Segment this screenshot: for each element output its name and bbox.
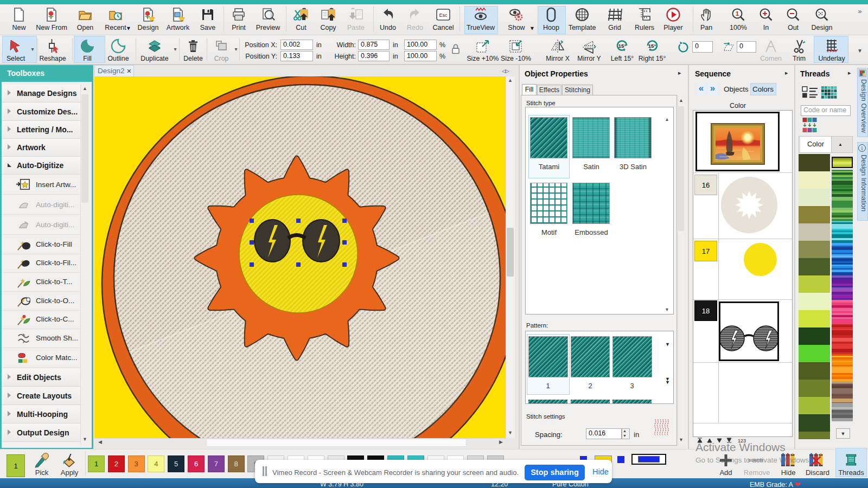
svg-text:15°: 15°	[648, 43, 656, 49]
svg-text:Esc: Esc	[439, 12, 448, 18]
svg-text:15°: 15°	[618, 43, 627, 49]
svg-text:1: 1	[736, 10, 739, 17]
